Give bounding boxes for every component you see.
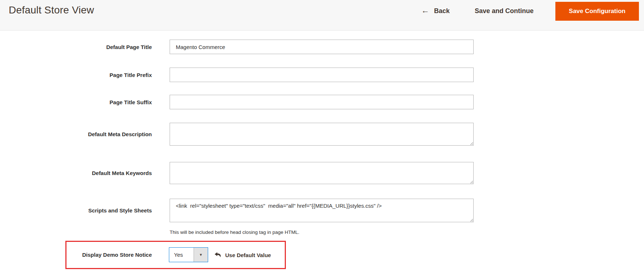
field-label: Page Title Suffix bbox=[0, 99, 152, 105]
field-row-default-meta-keywords: Default Meta Keywords bbox=[0, 162, 474, 184]
field-row-page-title-prefix: Page Title Prefix bbox=[0, 68, 474, 82]
page-title-suffix-input[interactable] bbox=[170, 95, 474, 109]
field-label: Default Page Title bbox=[0, 44, 152, 50]
page-title-prefix-input[interactable] bbox=[170, 68, 474, 82]
page-header: Default Store View ← Back Save and Conti… bbox=[0, 0, 644, 31]
field-label: Default Meta Keywords bbox=[0, 170, 152, 176]
save-configuration-label: Save Configuration bbox=[569, 8, 625, 15]
save-configuration-button[interactable]: Save Configuration bbox=[555, 2, 639, 21]
display-demo-store-notice-select[interactable]: Yes ▼ bbox=[169, 247, 208, 262]
field-label: Display Demo Store Notice bbox=[66, 242, 152, 268]
undo-icon bbox=[214, 252, 222, 259]
use-default-value-button[interactable]: Use Default Value bbox=[214, 242, 271, 268]
settings-page: Default Store View ← Back Save and Conti… bbox=[0, 0, 644, 272]
field-label: Page Title Prefix bbox=[0, 72, 152, 78]
save-and-continue-label: Save and Continue bbox=[475, 7, 534, 15]
chevron-down-icon: ▼ bbox=[199, 253, 203, 257]
field-row-default-meta-description: Default Meta Description bbox=[0, 123, 474, 146]
use-default-value-label: Use Default Value bbox=[225, 252, 271, 258]
back-button-label: Back bbox=[434, 7, 450, 15]
page-title: Default Store View bbox=[9, 4, 94, 16]
default-meta-keywords-textarea[interactable] bbox=[170, 162, 474, 184]
field-row-default-page-title: Default Page Title bbox=[0, 40, 474, 54]
select-selected-value: Yes bbox=[169, 248, 194, 262]
field-row-scripts-and-style-sheets: Scripts and Style Sheets bbox=[0, 199, 474, 222]
scripts-and-style-sheets-textarea[interactable] bbox=[170, 199, 474, 222]
scripts-field-note: This will be included before head closin… bbox=[170, 230, 299, 235]
field-row-page-title-suffix: Page Title Suffix bbox=[0, 95, 474, 109]
default-meta-description-textarea[interactable] bbox=[170, 123, 474, 146]
save-and-continue-button[interactable]: Save and Continue bbox=[475, 0, 534, 22]
back-button[interactable]: ← Back bbox=[421, 0, 450, 22]
back-arrow-icon: ← bbox=[421, 7, 429, 15]
field-label: Scripts and Style Sheets bbox=[0, 207, 152, 214]
select-caret-button[interactable]: ▼ bbox=[194, 248, 208, 262]
field-label: Default Meta Description bbox=[0, 131, 152, 137]
highlight-annotation-box: Display Demo Store Notice Yes ▼ Use Defa… bbox=[65, 241, 286, 269]
default-page-title-input[interactable] bbox=[170, 40, 474, 54]
